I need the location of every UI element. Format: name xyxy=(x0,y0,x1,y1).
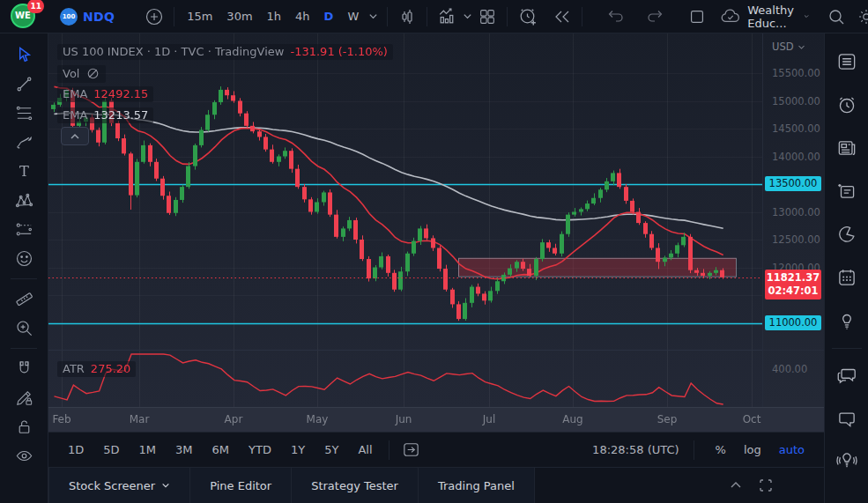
forecast-tool-icon[interactable] xyxy=(8,215,40,244)
log-scale-button[interactable]: log xyxy=(737,440,768,460)
cursor-tool-icon[interactable] xyxy=(8,41,40,70)
time-axis[interactable]: FebMarAprMayJunJulAugSepOct xyxy=(48,407,824,432)
search-icon[interactable] xyxy=(823,4,849,30)
watchlist-icon[interactable] xyxy=(831,44,863,79)
volume-legend[interactable]: Vol xyxy=(57,65,106,83)
indicators-icon[interactable] xyxy=(434,4,460,30)
range-6m[interactable]: 6M xyxy=(205,439,237,461)
tab-strategy-tester[interactable]: Strategy Tester xyxy=(292,468,419,503)
symbol-search-button[interactable]: 100 NDQ xyxy=(60,8,115,26)
range-ytd[interactable]: YTD xyxy=(241,439,278,461)
hide-all-tool-icon[interactable] xyxy=(8,441,40,470)
brush-tool-icon[interactable] xyxy=(8,128,40,157)
eye-slash-icon[interactable] xyxy=(85,66,100,81)
public-chats-icon[interactable] xyxy=(831,358,863,393)
auto-scale-button[interactable]: auto xyxy=(772,440,812,460)
percent-scale-button[interactable]: % xyxy=(708,440,733,460)
user-menu-button[interactable]: WE 11 xyxy=(11,4,37,30)
support-price-label: 11000.00 xyxy=(765,315,821,330)
range-3m[interactable]: 3M xyxy=(168,439,200,461)
calendar-icon[interactable] xyxy=(831,260,863,295)
ema-fast-value: 12492.15 xyxy=(93,87,148,100)
tab-pine-editor[interactable]: Pine Editor xyxy=(190,468,292,503)
legend-collapse-button[interactable] xyxy=(61,127,89,145)
chart-area: US 100 INDEX · 1D · TVC · TradingView -1… xyxy=(48,33,762,407)
alert-plus-icon[interactable] xyxy=(514,4,540,30)
ruler-tool-icon[interactable] xyxy=(8,285,40,314)
interval-1h[interactable]: 1h xyxy=(261,6,288,26)
month-mar: Mar xyxy=(130,413,150,425)
fullscreen-icon[interactable] xyxy=(684,4,710,30)
month-feb: Feb xyxy=(52,413,70,425)
ideas-bulb-icon[interactable] xyxy=(831,303,863,338)
indicators-chevron-icon[interactable] xyxy=(460,4,474,30)
layout-grid-icon[interactable] xyxy=(474,4,501,30)
magnet-tool-icon[interactable] xyxy=(8,354,40,383)
bottom-toolbar: 1D5D1M3M6MYTD1Y5YAll 18:28:58 (UTC) % lo… xyxy=(48,432,824,467)
panel-maximize-icon[interactable] xyxy=(759,478,773,492)
sidebar-divider xyxy=(832,348,862,349)
symbol-legend[interactable]: US 100 INDEX · 1D · TVC · TradingView -1… xyxy=(57,44,393,60)
clock-utc[interactable]: 18:28:58 (UTC) xyxy=(592,443,679,456)
currency-selector[interactable]: USD xyxy=(772,41,805,53)
resistance-price-label: 13500.00 xyxy=(765,176,821,191)
undo-icon[interactable] xyxy=(601,4,627,30)
replay-icon[interactable] xyxy=(549,4,575,30)
interval-15m[interactable]: 15m xyxy=(181,6,219,26)
redo-icon[interactable] xyxy=(643,4,670,30)
atr-label: ATR xyxy=(63,362,85,375)
range-1y[interactable]: 1Y xyxy=(284,439,312,461)
toolbar-divider xyxy=(11,348,37,349)
gear-icon[interactable] xyxy=(853,4,868,30)
emoji-tool-icon[interactable] xyxy=(8,244,40,273)
range-1d[interactable]: 1D xyxy=(61,439,91,461)
lock-all-tool-icon[interactable] xyxy=(8,412,40,441)
tab-trading-panel[interactable]: Trading Panel xyxy=(419,468,535,503)
account-name: Wealthy Educ... xyxy=(747,4,798,30)
alerts-clock-icon[interactable] xyxy=(831,87,863,122)
private-chat-icon[interactable] xyxy=(831,401,863,436)
panel-collapse-chevron-icon[interactable] xyxy=(729,478,743,492)
month-may: May xyxy=(307,413,329,425)
notifications-badge: 11 xyxy=(27,0,44,13)
interval-chevron-icon[interactable] xyxy=(365,4,381,30)
bar-countdown: 02:47:01 xyxy=(765,285,821,298)
go-to-date-icon[interactable] xyxy=(398,437,425,463)
price-tick: 13000.00 xyxy=(772,206,820,218)
chart-style-icon[interactable] xyxy=(394,4,420,30)
range-5y[interactable]: 5Y xyxy=(317,439,345,461)
trend-line-tool-icon[interactable] xyxy=(8,70,40,99)
month-sep: Sep xyxy=(657,413,678,425)
compare-add-icon[interactable] xyxy=(141,4,167,30)
news-icon[interactable] xyxy=(831,130,863,166)
range-all[interactable]: All xyxy=(351,439,379,461)
drawing-toolbar: T xyxy=(0,33,48,503)
tab-stock-screener[interactable]: Stock Screener xyxy=(48,468,190,503)
xabcd-pattern-tool-icon[interactable] xyxy=(8,186,40,215)
atr-legend[interactable]: ATR 275.20 xyxy=(57,361,136,377)
volume-label: Vol xyxy=(63,67,79,80)
interval-4h[interactable]: 4h xyxy=(289,6,316,26)
price-chart-canvas[interactable] xyxy=(48,33,762,407)
price-axis[interactable]: USD 15500.0015000.0014500.0014000.001350… xyxy=(762,33,824,432)
interval-30m[interactable]: 30m xyxy=(220,6,258,26)
text-tool-icon[interactable]: T xyxy=(8,157,40,186)
month-aug: Aug xyxy=(562,413,582,425)
range-1m[interactable]: 1M xyxy=(132,439,164,461)
interval-W[interactable]: W xyxy=(341,6,365,26)
zoom-in-tool-icon[interactable] xyxy=(8,314,40,343)
notes-icon[interactable] xyxy=(831,174,863,209)
hotlist-pie-icon[interactable] xyxy=(831,217,863,252)
range-group: 1D5D1M3M6MYTD1Y5YAll xyxy=(61,439,380,461)
streams-icon[interactable] xyxy=(831,444,863,479)
toolbar-separator xyxy=(387,7,388,26)
ema-fast-legend[interactable]: EMA 12492.15 xyxy=(57,86,153,102)
drawing-lock-tool-icon[interactable] xyxy=(8,383,40,412)
fib-retracement-tool-icon[interactable] xyxy=(8,99,40,128)
interval-D[interactable]: D xyxy=(318,6,340,26)
ema-slow-legend[interactable]: EMA 13213.57 xyxy=(57,107,153,123)
pane-separator xyxy=(763,350,825,351)
account-menu[interactable]: Wealthy Educ... xyxy=(719,4,809,30)
range-5d[interactable]: 5D xyxy=(96,439,126,461)
symbol-title: US 100 INDEX · 1D · TVC · TradingView xyxy=(63,45,284,58)
